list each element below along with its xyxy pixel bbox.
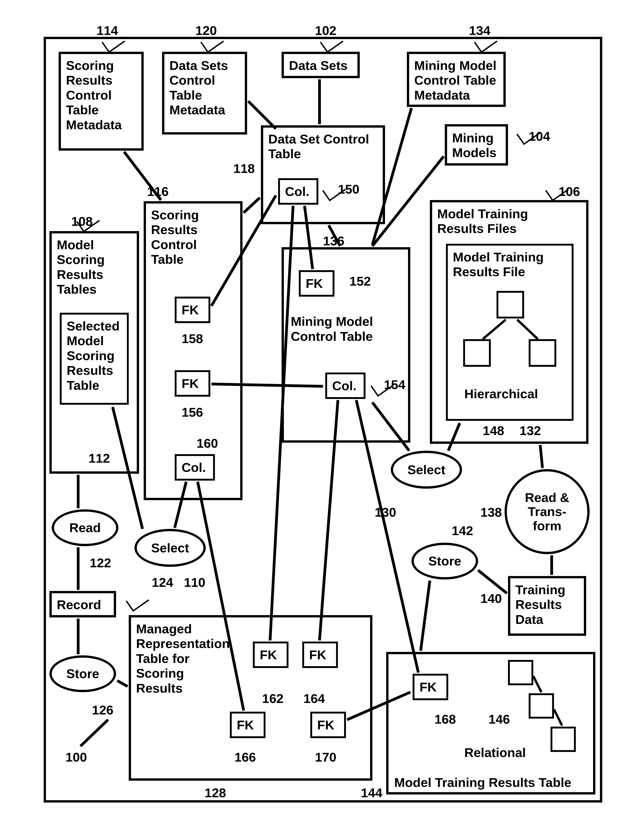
ref-136: 136: [323, 233, 344, 248]
ref-100: 100: [65, 750, 87, 765]
box-fk-152: FK: [299, 270, 334, 297]
ref-138: 138: [480, 505, 502, 520]
box-fk-170: FK: [310, 712, 346, 738]
ref-118: 118: [233, 161, 255, 176]
box-data-sets: Data Sets: [281, 52, 360, 78]
op-read-transform: Read & Trans- form: [505, 469, 589, 554]
box-mining-models: Mining Models: [445, 124, 508, 166]
ref-146: 146: [488, 712, 510, 726]
ref-148: 148: [483, 423, 504, 438]
ref-164: 164: [303, 691, 325, 706]
ref-116: 116: [147, 184, 168, 199]
label-model-scoring-results-tables: Model Scoring Results Tables: [57, 238, 104, 296]
label-scoring-results-control-table: Scoring Results Control Table: [151, 208, 199, 266]
ref-166: 166: [235, 750, 256, 765]
box-fk-168: FK: [413, 674, 448, 700]
ref-144: 144: [361, 785, 382, 800]
tree-root-box: [496, 291, 524, 319]
box-record: Record: [50, 591, 116, 618]
box-fk-158: FK: [175, 297, 210, 323]
rel-box-2: [529, 693, 554, 719]
box-fk-156: FK: [175, 370, 210, 397]
ref-156: 156: [182, 405, 203, 420]
op-select-110: Select: [134, 529, 206, 567]
ref-170: 170: [315, 750, 336, 765]
box-col-154: Col.: [325, 373, 365, 399]
box-data-set-control-table: Data Set Control Table: [261, 125, 385, 224]
label-model-training-results-table: Model Training Results Table: [394, 775, 571, 790]
ref-160: 160: [196, 436, 218, 451]
box-scoring-results-control-table-metadata: Scoring Results Control Table Metadata: [59, 52, 144, 151]
box-fk-164: FK: [302, 642, 338, 668]
label-managed-representation-table: Managed Representation Table for Scoring…: [136, 622, 230, 695]
op-store-142: Store: [412, 543, 478, 579]
box-data-sets-control-table-metadata: Data Sets Control Table Metadata: [162, 52, 247, 135]
box-training-results-data: Training Results Data: [508, 576, 586, 636]
ref-130: 130: [375, 505, 396, 520]
box-selected-model-scoring-results-table: Selected Model Scoring Results Table: [60, 313, 129, 405]
ref-140: 140: [480, 591, 502, 606]
ref-124: 124: [152, 575, 173, 590]
box-col-150: Col.: [278, 178, 318, 205]
tree-left-box: [463, 339, 491, 367]
ref-142: 142: [452, 523, 473, 538]
label-data-set-control-table: Data Set Control Table: [268, 132, 369, 161]
ref-162: 162: [262, 691, 283, 706]
tree-right-box: [529, 339, 556, 367]
ref-132: 132: [519, 423, 541, 438]
ref-110: 110: [184, 575, 205, 590]
op-read-122: Read: [52, 509, 118, 546]
ref-158: 158: [182, 331, 203, 346]
label-hierarchical: Hierarchical: [464, 386, 538, 401]
rel-box-3: [550, 726, 576, 752]
ref-168: 168: [434, 712, 456, 726]
label-mining-model-control-table: Mining Model Control Table: [291, 314, 399, 344]
box-fk-166: FK: [230, 712, 266, 738]
label-model-training-results-files: Model Training Results Files: [437, 207, 528, 236]
ref-126: 126: [92, 703, 113, 717]
label-model-training-results-file: Model Training Results File: [453, 250, 544, 279]
op-select-130: Select: [391, 451, 462, 488]
label-relational: Relational: [464, 745, 526, 760]
ref-122: 122: [90, 555, 111, 570]
rel-box-1: [508, 660, 533, 685]
box-fk-162: FK: [253, 642, 289, 668]
op-store-126: Store: [50, 655, 116, 692]
box-col-160: Col.: [175, 454, 215, 481]
diagram-stage: 114 120 102 134 Scoring Results Control …: [0, 0, 625, 840]
ref-112: 112: [89, 451, 110, 466]
ref-128: 128: [205, 785, 226, 800]
box-mining-model-control-table-metadata: Mining Model Control Table Metadata: [407, 52, 506, 107]
ref-152: 152: [350, 274, 371, 289]
